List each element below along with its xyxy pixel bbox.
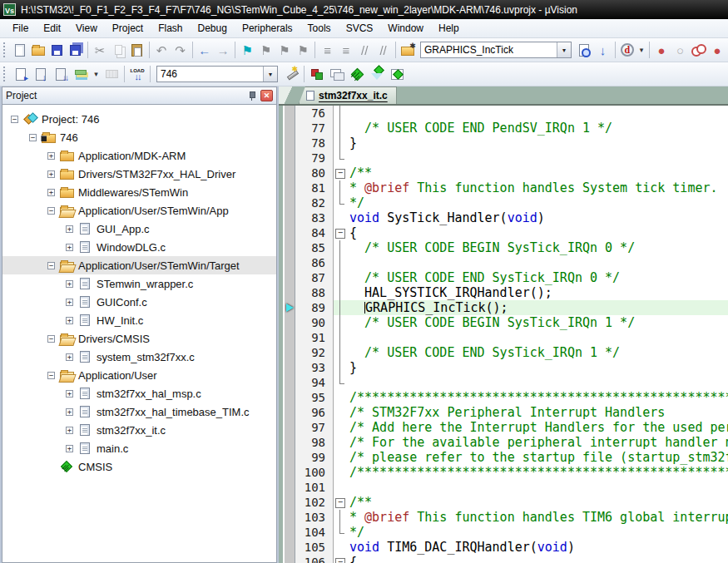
enable-disable-breakpoint-button[interactable]: ○ xyxy=(671,40,689,60)
debug-session-button[interactable]: d xyxy=(618,40,636,60)
tree-item-project-746[interactable]: −Project: 746 xyxy=(2,110,276,128)
download-button[interactable]: LOAD↓↓ xyxy=(127,64,147,84)
find-input[interactable] xyxy=(421,43,557,57)
manage-rte-button[interactable] xyxy=(347,64,367,84)
expand-icon[interactable]: + xyxy=(47,152,55,160)
tree-item-drivers-cmsis[interactable]: −Drivers/CMSIS xyxy=(2,329,276,348)
tree-item-drivers-stm32f7xx-hal-driver[interactable]: +Drivers/STM32F7xx_HAL_Driver xyxy=(2,165,276,183)
collapse-icon[interactable]: − xyxy=(11,116,18,123)
select-packs-button[interactable] xyxy=(367,64,387,84)
collapse-icon[interactable]: − xyxy=(29,134,37,141)
manage-books-button[interactable] xyxy=(327,64,347,84)
expand-icon[interactable]: + xyxy=(66,445,73,452)
find-in-files-button[interactable] xyxy=(575,40,593,60)
menu-edit[interactable]: Edit xyxy=(36,20,68,37)
target-options-button[interactable] xyxy=(281,64,301,84)
collapse-icon[interactable]: − xyxy=(47,262,55,269)
expand-icon[interactable]: + xyxy=(66,427,73,434)
manage-components-button[interactable] xyxy=(307,64,327,84)
pack-installer-button[interactable] xyxy=(387,64,407,84)
stop-build-button[interactable] xyxy=(102,64,121,84)
close-panel-button[interactable]: ✕ xyxy=(260,90,273,101)
nav-back-button[interactable]: ← xyxy=(196,40,214,60)
insert-breakpoint-button[interactable]: ● xyxy=(652,40,671,60)
tree-item-hw-init-c[interactable]: +HW_Init.c xyxy=(2,311,276,329)
menu-view[interactable]: View xyxy=(68,20,105,37)
menu-file[interactable]: File xyxy=(5,20,36,37)
save-button[interactable] xyxy=(47,40,66,60)
fold-collapse-icon[interactable] xyxy=(334,495,347,510)
expand-icon[interactable]: + xyxy=(47,170,55,178)
tree-item-middlewares-stemwin[interactable]: +Middlewares/STemWin xyxy=(2,183,276,201)
disable-all-breakpoints-button[interactable]: ● xyxy=(708,40,726,60)
tree-item-application-user-stemwin-app[interactable]: −Application/User/STemWin/App xyxy=(2,201,276,220)
expand-icon[interactable]: + xyxy=(66,317,73,324)
tree-item-746[interactable]: −746 xyxy=(2,128,276,146)
outdent-button[interactable]: ≡ xyxy=(337,40,355,60)
fold-collapse-icon[interactable] xyxy=(334,555,347,563)
editor-margin[interactable] xyxy=(285,106,295,563)
tree-item-gui-app-c[interactable]: +GUI_App.c xyxy=(2,220,276,238)
open-file-button[interactable] xyxy=(29,40,47,60)
kill-all-breakpoints-button[interactable] xyxy=(690,40,708,60)
expand-icon[interactable]: + xyxy=(66,244,73,251)
menu-window[interactable]: Window xyxy=(380,20,431,37)
nav-forward-button[interactable]: → xyxy=(214,40,232,60)
tree-item-stemwin-wrapper-c[interactable]: +STemwin_wrapper.c xyxy=(2,274,276,293)
dropdown-caret-button[interactable]: ▾ xyxy=(636,40,646,60)
menu-help[interactable]: Help xyxy=(431,20,467,37)
toolbar-grip[interactable] xyxy=(3,67,7,81)
collapse-icon[interactable]: − xyxy=(47,335,55,343)
cut-button[interactable]: ✂ xyxy=(91,40,109,60)
indent-button[interactable]: ≡ xyxy=(318,40,336,60)
expand-icon[interactable]: + xyxy=(47,189,55,196)
tree-item-cmsis[interactable]: CMSIS xyxy=(2,457,276,476)
fold-collapse-icon[interactable] xyxy=(334,165,347,180)
tree-item-stm32f7xx-hal-timebase-tim-c[interactable]: +stm32f7xx_hal_timebase_TIM.c xyxy=(2,402,276,421)
bookmark-clear-button[interactable]: ⚑ xyxy=(294,40,312,60)
new-file-button[interactable] xyxy=(11,40,29,60)
translate-button[interactable] xyxy=(11,64,31,84)
expand-icon[interactable]: + xyxy=(66,225,73,233)
collapse-icon[interactable]: − xyxy=(47,372,55,379)
tree-item-stm32f7xx-it-c[interactable]: +stm32f7xx_it.c xyxy=(2,421,276,439)
bookmark-toggle-button[interactable]: ⚑ xyxy=(238,40,256,60)
build-button[interactable] xyxy=(31,64,51,84)
menu-tools[interactable]: Tools xyxy=(300,20,339,37)
menu-flash[interactable]: Flash xyxy=(151,20,190,37)
tree-item-application-user-stemwin-target[interactable]: −Application/User/STemWin/Target xyxy=(2,256,276,274)
toolbar-grip[interactable] xyxy=(3,42,7,57)
target-dropdown-button[interactable]: ▾ xyxy=(263,67,277,81)
tree-item-stm32f7xx-hal-msp-c[interactable]: +stm32f7xx_hal_msp.c xyxy=(2,384,276,402)
target-input[interactable] xyxy=(157,67,263,81)
tree-item-application-mdk-arm[interactable]: +Application/MDK-ARM xyxy=(2,146,276,165)
rebuild-button[interactable] xyxy=(51,64,71,84)
expand-icon[interactable]: + xyxy=(66,353,73,361)
expand-icon[interactable]: + xyxy=(66,299,73,306)
dropdown-caret-button[interactable]: ▾ xyxy=(91,64,102,84)
menu-peripherals[interactable]: Peripherals xyxy=(235,20,300,37)
code-area[interactable]: 7677 /* USER CODE END PendSV_IRQn 1 */78… xyxy=(295,106,728,563)
tree-item-guiconf-c[interactable]: +GUIConf.c xyxy=(2,293,276,311)
save-all-button[interactable] xyxy=(67,40,85,60)
menu-svcs[interactable]: SVCS xyxy=(339,20,381,37)
expand-icon[interactable]: + xyxy=(66,390,73,398)
tree-item-windowdlg-c[interactable]: +WindowDLG.c xyxy=(2,238,276,256)
tree-item-main-c[interactable]: +main.c xyxy=(2,439,276,457)
expand-icon[interactable]: + xyxy=(66,280,73,288)
menu-project[interactable]: Project xyxy=(105,20,151,37)
paste-button[interactable] xyxy=(128,40,146,60)
copy-button[interactable] xyxy=(109,40,127,60)
bookmark-prev-button[interactable]: ⚑ xyxy=(256,40,275,60)
menu-debug[interactable]: Debug xyxy=(191,20,235,37)
batch-build-button[interactable] xyxy=(71,64,91,84)
uncomment-button[interactable]: // xyxy=(374,40,392,60)
comment-button[interactable]: // xyxy=(355,40,374,60)
tab-stm32f7xx-it[interactable]: stm32f7xx_it.c xyxy=(299,86,397,104)
fold-collapse-icon[interactable] xyxy=(334,225,347,240)
redo-button[interactable]: ↷ xyxy=(171,40,189,60)
tree-item-system-stm32f7xx-c[interactable]: +system_stm32f7xx.c xyxy=(2,348,276,366)
pin-icon[interactable] xyxy=(247,91,257,101)
undo-button[interactable]: ↶ xyxy=(152,40,171,60)
expand-icon[interactable]: + xyxy=(66,408,73,416)
